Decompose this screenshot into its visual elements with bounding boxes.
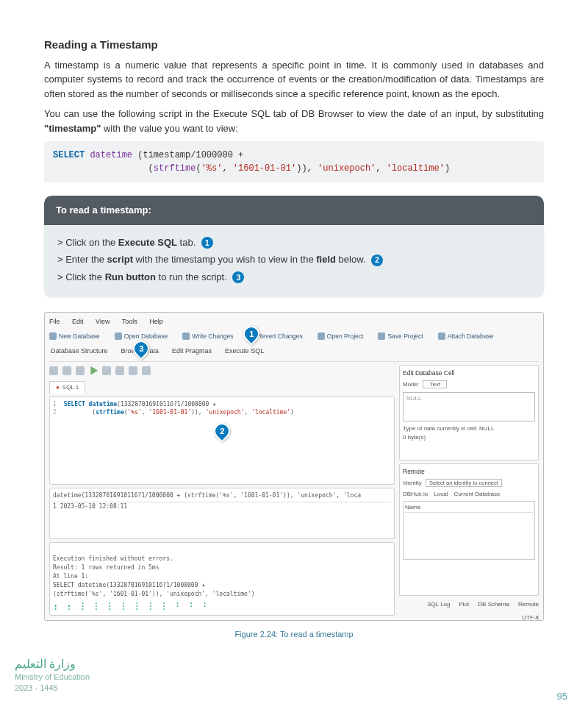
- c1: ,: [222, 163, 232, 174]
- mode-row: Mode: Text: [403, 380, 535, 389]
- st-remote[interactable]: Remote: [518, 600, 539, 609]
- main-toolbar: New Database Open Database Write Changes…: [49, 330, 539, 344]
- footer-english: Ministry of Education: [15, 672, 90, 682]
- identity-select[interactable]: Select an identity to connect: [426, 479, 502, 487]
- db-icon: [49, 332, 57, 340]
- kw-datetime: datetime: [85, 150, 132, 160]
- menu-tools[interactable]: Tools: [122, 318, 137, 325]
- close-tab-icon[interactable]: ●: [56, 383, 60, 392]
- folder-icon: [115, 332, 122, 340]
- menu-help[interactable]: Help: [149, 318, 163, 325]
- tb-revert-label: Revert Changes: [257, 332, 302, 341]
- code-pad: (: [53, 163, 154, 174]
- log-pane: Execution finished without errors. Resul…: [49, 542, 395, 616]
- main-tabs: Database Structure Browse Data Edit Prag…: [49, 344, 539, 362]
- step-icon[interactable]: [115, 366, 124, 375]
- sql-tab-1[interactable]: ●SQL 1: [49, 381, 85, 394]
- st-sqllog[interactable]: SQL Log: [427, 600, 450, 609]
- db-browser-screenshot: File Edit View Tools Help New Database O…: [44, 312, 544, 621]
- steps-card: To read a timestamp: > Click on the Exec…: [44, 196, 544, 297]
- rtab-local[interactable]: Local: [434, 490, 448, 499]
- badge-2: 2: [371, 255, 383, 266]
- tb-new-database[interactable]: New Database: [49, 332, 100, 341]
- s2a: > Enter the: [57, 254, 107, 265]
- tb-write-label: Write Changes: [192, 332, 233, 341]
- st-plot[interactable]: Plot: [459, 600, 470, 609]
- badge-3: 3: [232, 271, 244, 283]
- step-2: > Enter the script with the timestamp yo…: [57, 252, 531, 267]
- steps-header: To read a timestamp:: [44, 196, 544, 225]
- paragraph-2: You can use the following script in the …: [44, 107, 544, 135]
- result-header: datetime(133287016910116?1/1000000 + (st…: [53, 491, 391, 502]
- print-icon[interactable]: [76, 366, 85, 375]
- attach-icon: [438, 332, 445, 340]
- cell-value-box[interactable]: NULL: [403, 392, 535, 421]
- type-line: Type of data currently in cell: NULL: [403, 424, 535, 433]
- log-text: Execution finished without errors. Resul…: [53, 555, 255, 597]
- run-button[interactable]: [89, 366, 98, 375]
- str-s: '%s': [201, 163, 223, 174]
- tb-save-project[interactable]: Save Project: [378, 332, 423, 341]
- result-pane: datetime(133287016910116?1/1000000 + (st…: [49, 488, 395, 539]
- tb-open-project[interactable]: Open Project: [318, 332, 364, 341]
- sql-tab-label: SQL 1: [62, 383, 79, 392]
- tb-write-changes[interactable]: Write Changes: [182, 332, 233, 341]
- code-end: ): [445, 163, 450, 174]
- tb-open-database[interactable]: Open Database: [115, 332, 168, 341]
- args2: )),: [296, 163, 318, 174]
- bottom-tabs: SQL Log Plot DB Schema Remote: [399, 599, 539, 611]
- open-sql-icon[interactable]: [49, 366, 58, 375]
- bytes-line: 0 byte(s): [403, 433, 535, 442]
- steps-body: > Click on the Execute SQL tab. 1 > Ente…: [44, 225, 544, 298]
- tb-attach-label: Attach Database: [448, 332, 494, 341]
- misc-icon[interactable]: [142, 366, 151, 375]
- s1c: tab.: [177, 237, 198, 248]
- tb-open-label: Open Database: [124, 332, 168, 341]
- step-1: > Click on the Execute SQL tab. 1: [57, 235, 531, 250]
- identity-row: Identity Select an identity to connect: [403, 479, 535, 488]
- code-seg1: (timestamp/1000000 +: [132, 150, 243, 160]
- project-icon: [318, 332, 325, 340]
- tb-attach-database[interactable]: Attach Database: [438, 332, 494, 341]
- figure-caption: Figure 2.24: To read a timestamp: [44, 628, 544, 641]
- menu-edit[interactable]: Edit: [72, 318, 84, 325]
- sql-code-block: SELECT datetime (timestamp/1000000 + (st…: [44, 141, 544, 182]
- result-row-1: 1 2023-05-10 12:08:11: [53, 502, 391, 511]
- step-3: > Click the Run button to run the script…: [57, 270, 531, 285]
- st-dbschema[interactable]: DB Schema: [478, 600, 509, 609]
- kw-select: SELECT: [53, 150, 85, 160]
- rtab-dbhub[interactable]: DBHub.io: [403, 490, 428, 499]
- mode-label: Mode:: [403, 381, 419, 388]
- paragraph-1: A timestamp is a numeric value that repr…: [44, 58, 544, 102]
- menu-view[interactable]: View: [96, 318, 110, 325]
- save-sql-icon[interactable]: [62, 366, 71, 375]
- decorative-dots: . . · · · · · · · · · ·· · · · · · · · ·…: [53, 602, 391, 611]
- s1a: > Click on the: [57, 237, 118, 248]
- tab-execute-sql[interactable]: Execute SQL: [223, 345, 265, 358]
- tb-save-label: Save Project: [387, 332, 423, 341]
- page-number: 95: [557, 689, 567, 704]
- remote-tabs: DBHub.io Local Current Database: [403, 490, 535, 499]
- kw-strftime: strftime: [154, 163, 196, 174]
- search-icon[interactable]: [129, 366, 137, 375]
- tab-db-structure[interactable]: Database Structure: [49, 345, 110, 358]
- section-title: Reading a Timestamp: [44, 37, 544, 54]
- tab-edit-pragmas[interactable]: Edit Pragmas: [171, 345, 213, 358]
- p2-pre: You can use the following script in the …: [44, 108, 544, 119]
- s2c: with the timestamp you wish to view in t…: [133, 254, 316, 265]
- mode-select[interactable]: Text: [423, 380, 447, 388]
- menu-file[interactable]: File: [49, 318, 60, 325]
- c2: ,: [376, 163, 386, 174]
- save-icon: [182, 332, 190, 340]
- str-unix: 'unixepoch': [318, 163, 376, 174]
- saveproj-icon: [378, 332, 385, 340]
- s2e: below.: [336, 254, 368, 265]
- footer-year: 2023 - 1445: [15, 683, 90, 693]
- p2-post: with the value you want to view:: [101, 123, 237, 134]
- remote-panel: Remote Identity Select an identity to co…: [399, 463, 539, 596]
- rtab-current[interactable]: Current Database: [453, 490, 500, 499]
- s3b: Run button: [105, 271, 156, 282]
- remote-list: Name: [403, 501, 535, 560]
- badge-1: 1: [201, 237, 213, 249]
- stop-icon[interactable]: [102, 366, 111, 375]
